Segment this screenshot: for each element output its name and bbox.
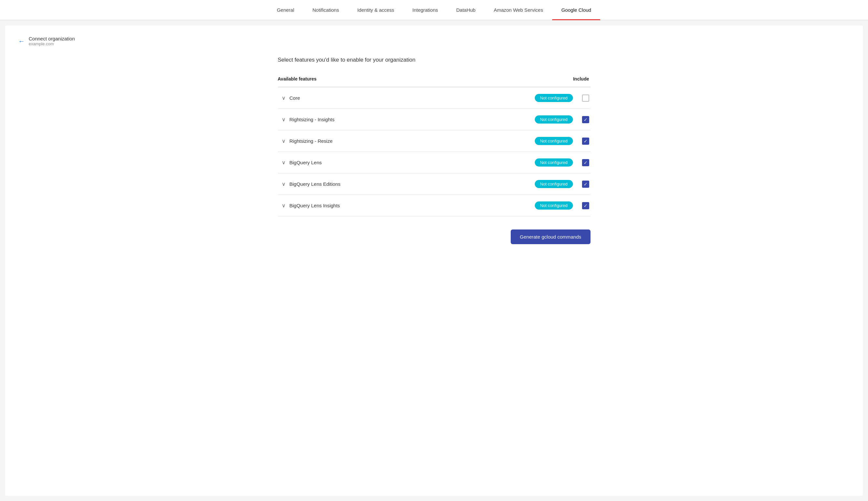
table-row: ∨Rightsizing - InsightsNot configured✓ — [278, 109, 591, 130]
status-badge: Not configured — [535, 94, 573, 102]
nav-item-amazon-web-services[interactable]: Amazon Web Services — [485, 0, 552, 20]
back-button[interactable]: ← — [18, 38, 25, 45]
breadcrumb-subtitle: example.com — [29, 41, 75, 46]
status-badge: Not configured — [535, 115, 573, 124]
nav-items-container: GeneralNotificationsIdentity & accessInt… — [268, 0, 600, 20]
feature-name: Core — [289, 95, 535, 101]
nav-item-integrations[interactable]: Integrations — [403, 0, 447, 20]
feature-name: Rightsizing - Resize — [289, 138, 535, 144]
include-checkbox[interactable] — [582, 95, 589, 102]
feature-rows: ∨CoreNot configured∨Rightsizing - Insigh… — [278, 87, 591, 216]
main-content: ← Connect organization example.com Selec… — [5, 25, 863, 496]
breadcrumb-info: Connect organization example.com — [29, 36, 75, 46]
checkbox-container: ✓ — [581, 159, 591, 166]
feature-name: BigQuery Lens — [289, 160, 535, 165]
status-badge: Not configured — [535, 201, 573, 210]
header-include-label: Include — [573, 76, 590, 82]
status-badge: Not configured — [535, 158, 573, 167]
status-badge: Not configured — [535, 137, 573, 145]
checkbox-container: ✓ — [581, 181, 591, 188]
table-row: ∨BigQuery LensNot configured✓ — [278, 152, 591, 173]
back-navigation: ← Connect organization example.com — [18, 36, 850, 46]
top-navigation: GeneralNotificationsIdentity & accessInt… — [0, 0, 868, 20]
checkbox-container: ✓ — [581, 116, 591, 123]
include-checkbox[interactable]: ✓ — [582, 181, 589, 188]
feature-name: Rightsizing - Insights — [289, 117, 535, 122]
table-row: ∨Rightsizing - ResizeNot configured✓ — [278, 130, 591, 152]
include-checkbox[interactable]: ✓ — [582, 138, 589, 145]
checkbox-container — [581, 95, 591, 102]
chevron-down-icon[interactable]: ∨ — [278, 202, 289, 209]
chevron-down-icon[interactable]: ∨ — [278, 159, 289, 166]
include-checkbox[interactable]: ✓ — [582, 159, 589, 166]
table-row: ∨BigQuery Lens InsightsNot configured✓ — [278, 195, 591, 216]
table-row: ∨BigQuery Lens EditionsNot configured✓ — [278, 173, 591, 195]
feature-name: BigQuery Lens Insights — [289, 203, 535, 208]
nav-item-notifications[interactable]: Notifications — [303, 0, 348, 20]
include-checkbox[interactable]: ✓ — [582, 116, 589, 123]
nav-item-google-cloud[interactable]: Google Cloud — [552, 0, 600, 20]
actions-bar: Generate gcloud commands — [278, 230, 591, 244]
features-table: Select features you'd like to enable for… — [278, 57, 591, 244]
header-features-label: Available features — [278, 76, 317, 82]
chevron-down-icon[interactable]: ∨ — [278, 95, 289, 101]
nav-item-datahub[interactable]: DataHub — [447, 0, 485, 20]
status-badge: Not configured — [535, 180, 573, 188]
checkbox-container: ✓ — [581, 138, 591, 145]
chevron-down-icon[interactable]: ∨ — [278, 181, 289, 187]
nav-item-identity-access[interactable]: Identity & access — [348, 0, 403, 20]
nav-item-general[interactable]: General — [268, 0, 303, 20]
chevron-down-icon[interactable]: ∨ — [278, 116, 289, 122]
include-checkbox[interactable]: ✓ — [582, 202, 589, 209]
checkbox-container: ✓ — [581, 202, 591, 209]
table-header: Available features Include — [278, 74, 591, 87]
breadcrumb-title: Connect organization — [29, 36, 75, 41]
page-heading: Select features you'd like to enable for… — [278, 57, 591, 63]
feature-name: BigQuery Lens Editions — [289, 181, 535, 187]
table-row: ∨CoreNot configured — [278, 87, 591, 109]
chevron-down-icon[interactable]: ∨ — [278, 138, 289, 144]
generate-button[interactable]: Generate gcloud commands — [511, 230, 590, 244]
